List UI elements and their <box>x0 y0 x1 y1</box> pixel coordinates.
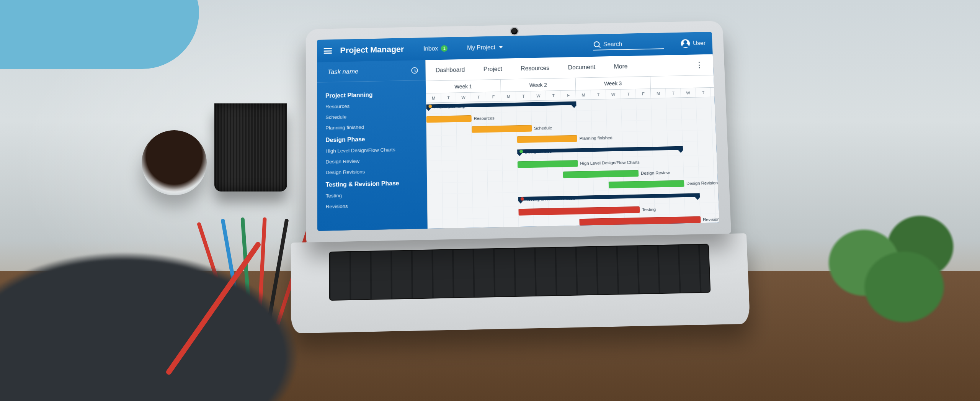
gantt-day-label: M <box>426 93 441 103</box>
gantt-task-label: Revisions <box>701 215 719 224</box>
app-screen: Project Manager Inbox 1 My Project <box>317 32 719 231</box>
gantt-day-label: M <box>576 90 591 100</box>
gantt-day-label: T <box>591 90 606 100</box>
search-field[interactable] <box>593 39 664 51</box>
plant <box>808 190 969 351</box>
sidebar-task-list: Project PlanningResourcesSchedulePlannin… <box>317 80 427 212</box>
laptop: Project Manager Inbox 1 My Project <box>306 21 735 333</box>
app-title: Project Manager <box>340 44 404 55</box>
gantt-day-label: T <box>621 89 636 99</box>
gantt-task-label: High Level Design/Flow Charts <box>578 158 640 168</box>
laptop-lid: Project Manager Inbox 1 My Project <box>306 21 731 242</box>
user-label: User <box>693 40 706 47</box>
gantt-day-label: W <box>606 90 621 99</box>
gantt-task-bar[interactable] <box>426 115 472 123</box>
search-input[interactable] <box>603 40 663 48</box>
gantt-chart: Week 1Week 2Week 3 MTWTFMTWTFMTWTFMTWTF … <box>426 75 719 228</box>
inbox-badge: 1 <box>441 45 448 52</box>
gantt-summary-bar[interactable]: Project planning <box>426 101 577 108</box>
gantt-rows[interactable]: Project planningResourcesSchedulePlannin… <box>426 97 719 229</box>
gantt-task-bar[interactable] <box>518 206 640 216</box>
sidebar-header: Task name <box>317 60 426 83</box>
gantt-task-bar[interactable] <box>518 160 578 168</box>
photo-scene: Project Manager Inbox 1 My Project <box>0 0 980 401</box>
gantt-task-bar[interactable] <box>472 125 532 133</box>
tab-dashboard[interactable]: Dashboard <box>435 64 466 75</box>
gantt-day-label: T <box>471 92 487 102</box>
gantt-day-label: T <box>516 92 531 101</box>
inbox-button[interactable]: Inbox 1 <box>423 45 448 52</box>
gantt-day-label: F <box>636 89 651 98</box>
gantt-day-label: T <box>696 88 711 97</box>
gantt-week-label: Week 1 <box>426 80 501 93</box>
gantt-task-label: Design Revisions <box>684 178 719 187</box>
decorative-blob <box>0 0 199 69</box>
tab-more[interactable]: More <box>613 61 628 72</box>
more-menu-icon[interactable]: ⋮ <box>695 60 704 70</box>
tab-resources[interactable]: Resources <box>520 62 550 74</box>
project-name: My Project <box>467 44 495 51</box>
gantt-day-label: T <box>546 91 561 100</box>
gantt-day-label: W <box>531 91 546 101</box>
gantt-day-label: F <box>561 90 576 100</box>
webcam <box>511 28 518 34</box>
gantt-day-label: T <box>666 88 681 98</box>
clock-icon[interactable] <box>411 67 418 74</box>
main-panel: DashboardProjectResourcesDocumentMore⋮ W… <box>425 54 719 229</box>
gantt-week-label: Week 2 <box>501 78 576 92</box>
avatar-icon <box>681 39 690 48</box>
search-icon <box>594 41 600 48</box>
task-name-heading: Task name <box>328 68 359 76</box>
tab-project[interactable]: Project <box>483 63 503 74</box>
user-menu[interactable]: User <box>681 39 706 48</box>
gantt-day-label: M <box>651 88 666 98</box>
laptop-deck <box>291 233 750 333</box>
tab-document[interactable]: Document <box>567 62 596 73</box>
gantt-day-label: F <box>710 87 719 97</box>
menu-icon[interactable] <box>324 48 332 54</box>
gantt-task-label: Resources <box>472 114 495 123</box>
gantt-task-label: Schedule <box>532 124 552 132</box>
gantt-week-label: Week 3 <box>576 77 651 90</box>
pencil-cup <box>214 103 287 191</box>
project-switcher[interactable]: My Project <box>467 44 503 51</box>
gantt-task-label: Testing <box>640 205 656 214</box>
keyboard <box>329 244 710 301</box>
gantt-task-bar[interactable] <box>517 135 577 143</box>
gantt-task-label: Planning finished <box>577 134 612 142</box>
coffee-cup <box>142 130 207 195</box>
gantt-task-bar[interactable] <box>579 216 701 226</box>
gantt-task-label: Design Review <box>639 169 670 177</box>
gantt-summary-label: Design Phase <box>517 148 552 155</box>
gantt-task-bar[interactable] <box>563 170 639 178</box>
gantt-summary-label: Testing & Revision Phase <box>518 195 575 203</box>
gantt-day-label: M <box>501 92 516 101</box>
inbox-label: Inbox <box>423 45 438 52</box>
gantt-week-label <box>650 75 719 88</box>
gantt-day-label: W <box>681 88 696 98</box>
gantt-task-bar[interactable] <box>609 180 684 188</box>
gantt-summary-bar[interactable]: Design Phase <box>517 146 683 153</box>
gantt-day-label: F <box>486 92 501 101</box>
gantt-day-label: W <box>456 93 471 102</box>
sidebar-item[interactable]: Revisions <box>317 199 427 212</box>
gantt-summary-label: Project planning <box>426 103 465 110</box>
gantt-day-label: T <box>441 93 456 102</box>
chevron-down-icon <box>499 46 503 49</box>
sidebar: Task name Project PlanningResourcesSched… <box>317 60 427 231</box>
app-body: Task name Project PlanningResourcesSched… <box>317 54 719 231</box>
